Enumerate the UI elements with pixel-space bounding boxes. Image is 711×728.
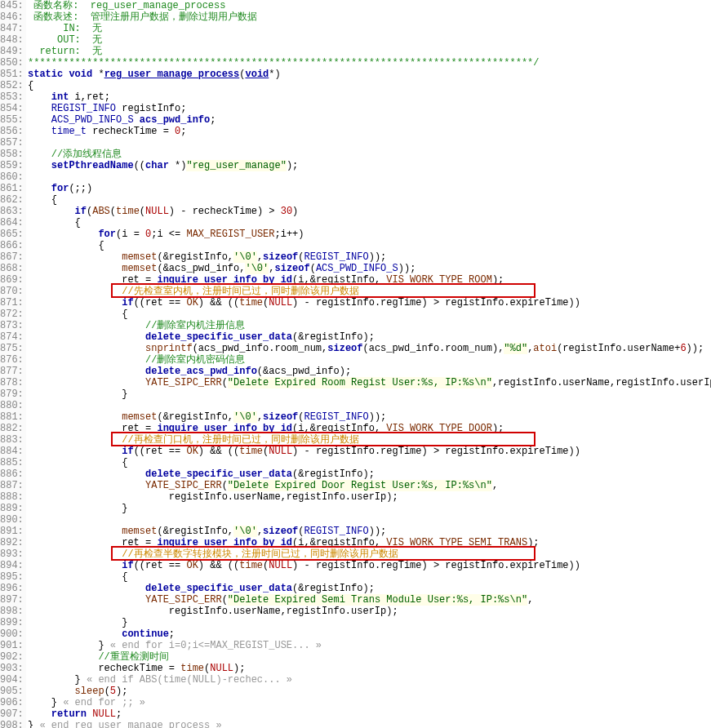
line-number: 861: — [0, 183, 21, 194]
code-line: } « end for ;; » — [28, 697, 711, 708]
code-line: YATE_SIPC_ERR("Delete Expired Semi Trans… — [28, 594, 711, 606]
line-number: 873: — [0, 320, 21, 331]
code-line: if((ret == OK) && ((time(NULL) - registI… — [28, 446, 711, 457]
line-number: 895: — [0, 571, 21, 583]
line-number: 881: — [0, 411, 21, 423]
line-number: 890: — [0, 514, 21, 526]
code-line: REGIST_INFO registInfo; — [28, 103, 711, 114]
line-number: 906: — [0, 697, 21, 708]
line-number: 902: — [0, 651, 21, 663]
code-line: snprintf(acs_pwd_info.room_num,sizeof(ac… — [28, 343, 711, 354]
line-number: 846: — [0, 11, 21, 23]
code-line: //再检查半数字转接模块，注册时间已过，同时删除该用户数据 — [28, 548, 711, 560]
line-number: 865: — [0, 229, 21, 240]
code-line — [28, 137, 711, 149]
code-line: //删除室内机注册信息 — [28, 320, 711, 331]
code-line — [28, 400, 711, 411]
line-number: 866: — [0, 240, 21, 251]
code-line: sleep(5); — [28, 686, 711, 697]
code-line: for(;;) — [28, 183, 711, 194]
line-number-gutter: 845:846:847:848:849:850:851:852:853:854:… — [0, 0, 26, 728]
code-editor: 845:846:847:848:849:850:851:852:853:854:… — [0, 0, 711, 728]
line-number: 904: — [0, 674, 21, 686]
code-line: 函数表述: 管理注册用户数据，删除过期用户数据 — [28, 11, 711, 23]
line-number: 853: — [0, 91, 21, 103]
code-line: } — [28, 388, 711, 400]
code-line: return: 无 — [28, 46, 711, 57]
code-line: } — [28, 617, 711, 628]
line-number: 898: — [0, 606, 21, 617]
code-line: registInfo.userName,registInfo.userIp); — [28, 491, 711, 503]
line-number: 888: — [0, 491, 21, 503]
line-number: 864: — [0, 217, 21, 229]
code-line: { — [28, 457, 711, 468]
line-number: 894: — [0, 560, 21, 571]
code-line: registInfo.userName,registInfo.userIp); — [28, 606, 711, 617]
line-number: 868: — [0, 263, 21, 274]
code-line: for(i = 0;i <= MAX_REGIST_USER;i++) — [28, 229, 711, 240]
code-line: ACS_PWD_INFO_S acs_pwd_info; — [28, 114, 711, 126]
line-number: 883: — [0, 434, 21, 446]
code-line: ret = inquire_user_info_by_id(i,&registI… — [28, 423, 711, 434]
line-number: 863: — [0, 206, 21, 217]
line-number: 891: — [0, 526, 21, 537]
code-line: IN: 无 — [28, 23, 711, 34]
line-number: 896: — [0, 583, 21, 594]
code-line: //删除室内机密码信息 — [28, 354, 711, 366]
code-line: //再检查门口机，注册时间已过，同时删除该用户数据 — [28, 434, 711, 446]
code-line: { — [28, 217, 711, 229]
line-number: 857: — [0, 137, 21, 149]
code-line: } « end reg_user_manage_process » — [28, 720, 711, 728]
code-line: delete_acs_pwd_info(&acs_pwd_info); — [28, 366, 711, 377]
code-line: time_t recheckTime = 0; — [28, 126, 711, 137]
code-line: YATE_SIPC_ERR("Delete Expired Room Regis… — [28, 377, 711, 388]
line-number: 876: — [0, 354, 21, 366]
code-line: setPthreadName((char *)"reg_user_manage"… — [28, 160, 711, 171]
line-number: 859: — [0, 160, 21, 171]
code-line: delete_specific_user_data(&registInfo); — [28, 468, 711, 480]
line-number: 901: — [0, 640, 21, 651]
line-number: 856: — [0, 126, 21, 137]
code-line: ****************************************… — [28, 57, 711, 69]
code-line: //添加线程信息 — [28, 149, 711, 160]
line-number: 867: — [0, 251, 21, 263]
code-line: ret = inquire_user_info_by_id(i,&registI… — [28, 274, 711, 286]
code-line: static void *reg_user_manage_process(voi… — [28, 69, 711, 80]
line-number: 878: — [0, 377, 21, 388]
line-number: 879: — [0, 388, 21, 400]
code-line: { — [28, 240, 711, 251]
code-line — [28, 171, 711, 183]
code-line: { — [28, 194, 711, 206]
line-number: 882: — [0, 423, 21, 434]
line-number: 892: — [0, 537, 21, 548]
line-number: 870: — [0, 286, 21, 297]
line-number: 907: — [0, 708, 21, 720]
line-number: 908: — [0, 720, 21, 728]
line-number: 889: — [0, 503, 21, 514]
code-line: memset(&registInfo,'\0',sizeof(REGIST_IN… — [28, 411, 711, 423]
line-number: 869: — [0, 274, 21, 286]
line-number: 862: — [0, 194, 21, 206]
line-number: 887: — [0, 480, 21, 491]
line-number: 893: — [0, 548, 21, 560]
code-line: recheckTime = time(NULL); — [28, 663, 711, 674]
line-number: 854: — [0, 103, 21, 114]
code-line: //重置检测时间 — [28, 651, 711, 663]
code-line: memset(&acs_pwd_info,'\0',sizeof(ACS_PWD… — [28, 263, 711, 274]
line-number: 875: — [0, 343, 21, 354]
line-number: 884: — [0, 446, 21, 457]
line-number: 860: — [0, 171, 21, 183]
line-number: 855: — [0, 114, 21, 126]
code-line: { — [28, 80, 711, 91]
line-number: 845: — [0, 0, 21, 11]
code-line: { — [28, 309, 711, 320]
line-number: 874: — [0, 331, 21, 343]
code-line: } — [28, 503, 711, 514]
code-line: memset(&registInfo,'\0',sizeof(REGIST_IN… — [28, 526, 711, 537]
code-line: OUT: 无 — [28, 34, 711, 46]
code-line: continue; — [28, 628, 711, 640]
line-number: 880: — [0, 400, 21, 411]
line-number: 851: — [0, 69, 21, 80]
code-line: delete_specific_user_data(&registInfo); — [28, 583, 711, 594]
code-line: { — [28, 571, 711, 583]
